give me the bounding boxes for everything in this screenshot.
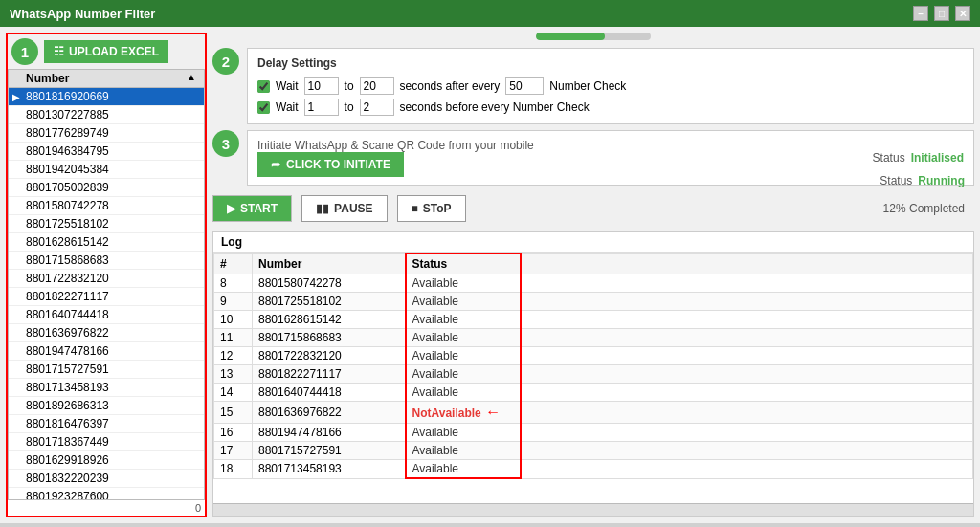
log-row-status: Available xyxy=(406,311,521,329)
click-to-initiate-button[interactable]: ➦ CLICK TO INITIATE xyxy=(257,152,404,177)
col-number-header: Number xyxy=(253,253,406,274)
log-row-num: 11 xyxy=(214,329,253,347)
number-list-item[interactable]: 8801307227885 xyxy=(9,106,204,124)
delay-row2: Wait to seconds before every Number Chec… xyxy=(257,99,964,116)
main-content: 1 ☷ UPLOAD EXCEL Number ▲ ▶8801816920669… xyxy=(0,27,980,523)
log-row-num: 14 xyxy=(214,384,253,402)
delay-title: Delay Settings xyxy=(257,56,964,70)
log-row-extra xyxy=(521,460,973,479)
pause-button[interactable]: ▮▮ PAUSE xyxy=(301,195,387,222)
delay-row2-checkbox[interactable] xyxy=(257,101,270,114)
log-row-number: 8801715868683 xyxy=(253,329,406,347)
number-list-item[interactable]: 8801580742278 xyxy=(9,197,204,215)
log-section: Log # Number Status 8 8801580742278 Avai… xyxy=(212,231,974,517)
play-icon: ▶ xyxy=(227,202,235,215)
log-table-body: 8 8801580742278 Available 9 880172551810… xyxy=(214,274,973,479)
number-list-item[interactable]: ▶8801816920669 xyxy=(9,88,204,106)
delay-row1-count[interactable] xyxy=(505,77,544,95)
number-list-item[interactable]: 8801722832120 xyxy=(9,270,204,288)
log-row-status: Available xyxy=(406,460,521,479)
log-table-row: 17 8801715727591 Available xyxy=(214,442,973,460)
delay-row2-from[interactable] xyxy=(304,99,339,116)
log-row-status: Available xyxy=(406,329,521,347)
initiate-icon: ➦ xyxy=(271,158,280,171)
top-bar xyxy=(212,33,974,42)
number-list-container[interactable]: Number ▲ ▶880181692066988013072278858801… xyxy=(8,69,205,500)
col-status-header: Status xyxy=(406,253,521,274)
status-running-section: Status Running xyxy=(880,174,965,187)
log-row-extra xyxy=(521,293,973,311)
number-list-item[interactable]: 8801946384795 xyxy=(9,143,204,161)
log-row-num: 9 xyxy=(214,293,253,311)
log-row-extra xyxy=(521,347,973,365)
log-table-row: 14 8801640744418 Available xyxy=(214,384,973,402)
number-list-item[interactable]: 8801816476397 xyxy=(9,415,204,433)
log-table-row: 12 8801722832120 Available xyxy=(214,347,973,365)
delay-row1: Wait to seconds after every Number Check xyxy=(257,77,964,95)
stop-button[interactable]: ■ SToP xyxy=(397,195,466,222)
log-row-extra xyxy=(521,402,973,424)
close-button[interactable]: ✕ xyxy=(955,6,970,21)
initiate-section: Initiate WhatsApp & Scane QR Code from y… xyxy=(247,130,974,186)
left-panel: 1 ☷ UPLOAD EXCEL Number ▲ ▶8801816920669… xyxy=(6,33,207,517)
log-table-row: 9 8801725518102 Available xyxy=(214,293,973,311)
log-row-number: 8801713458193 xyxy=(253,460,406,479)
delay-row1-to[interactable] xyxy=(360,77,394,95)
number-list-item[interactable]: 8801832220239 xyxy=(9,470,204,488)
col-num-header: # xyxy=(214,253,253,274)
number-list-item[interactable]: 8801942045384 xyxy=(9,161,204,179)
number-list-item[interactable]: 8801628615142 xyxy=(9,233,204,252)
log-row-status: Available xyxy=(406,384,521,402)
log-row-number: 8801947478166 xyxy=(253,424,406,442)
log-scrollbar[interactable] xyxy=(213,503,973,516)
log-row-extra xyxy=(521,365,973,384)
number-list-item[interactable]: 8801822271117 xyxy=(9,288,204,306)
log-row-num: 18 xyxy=(214,460,253,479)
col-extra-header xyxy=(521,253,973,274)
minimize-button[interactable]: – xyxy=(913,6,928,21)
log-row-extra xyxy=(521,384,973,402)
number-list-item[interactable]: 8801923287600 xyxy=(9,488,204,500)
number-list-item[interactable]: 8801705002839 xyxy=(9,179,204,197)
log-row-number: 8801715727591 xyxy=(253,442,406,460)
number-list-item[interactable]: 8801636976822 xyxy=(9,324,204,342)
number-list-header: Number ▲ xyxy=(9,70,204,88)
number-list-item[interactable]: 8801715727591 xyxy=(9,361,204,379)
log-table-row: 10 8801628615142 Available xyxy=(214,311,973,329)
log-row-extra xyxy=(521,274,973,293)
log-row-num: 8 xyxy=(214,274,253,293)
number-list-item[interactable]: 8801947478166 xyxy=(9,342,204,361)
upload-excel-button[interactable]: ☷ UPLOAD EXCEL xyxy=(44,40,168,63)
number-list-item[interactable]: 8801640744418 xyxy=(9,306,204,324)
progress-fill xyxy=(536,33,605,40)
title-bar: WhatsApp Number Filter – □ ✕ xyxy=(0,0,980,27)
number-list-item[interactable]: 8801718367449 xyxy=(9,433,204,451)
log-row-extra xyxy=(521,329,973,347)
log-table-container[interactable]: # Number Status 8 8801580742278 Availabl… xyxy=(213,253,973,503)
stop-icon: ■ xyxy=(412,202,418,215)
log-table-row: 18 8801713458193 Available xyxy=(214,460,973,479)
number-list-item[interactable]: 8801629918926 xyxy=(9,451,204,470)
delay-row2-to[interactable] xyxy=(360,99,394,116)
log-row-status: Available xyxy=(406,424,521,442)
log-row-number: 8801580742278 xyxy=(253,274,406,293)
number-list-item[interactable]: 8801715868683 xyxy=(9,252,204,270)
log-row-status: Available xyxy=(406,293,521,311)
delay-row1-checkbox[interactable] xyxy=(257,80,270,93)
number-list-item[interactable]: 8801713458193 xyxy=(9,379,204,397)
log-table-row: 11 8801715868683 Available xyxy=(214,329,973,347)
number-list-item[interactable]: 8801776289749 xyxy=(9,124,204,143)
step2-circle: 2 xyxy=(212,48,239,75)
log-row-num: 15 xyxy=(214,402,253,424)
start-button[interactable]: ▶ START xyxy=(212,195,292,222)
delay-row1-from[interactable] xyxy=(304,77,339,95)
log-table-row: 16 8801947478166 Available xyxy=(214,424,973,442)
log-row-status: Available xyxy=(406,442,521,460)
maximize-button[interactable]: □ xyxy=(934,6,949,21)
delay-section: Delay Settings Wait to seconds after eve… xyxy=(247,48,974,124)
initiate-text: Initiate WhatsApp & Scane QR Code from y… xyxy=(257,139,534,152)
log-row-num: 16 xyxy=(214,424,253,442)
number-list-item[interactable]: 8801725518102 xyxy=(9,215,204,233)
log-row-num: 12 xyxy=(214,347,253,365)
number-list-item[interactable]: 8801892686313 xyxy=(9,397,204,415)
